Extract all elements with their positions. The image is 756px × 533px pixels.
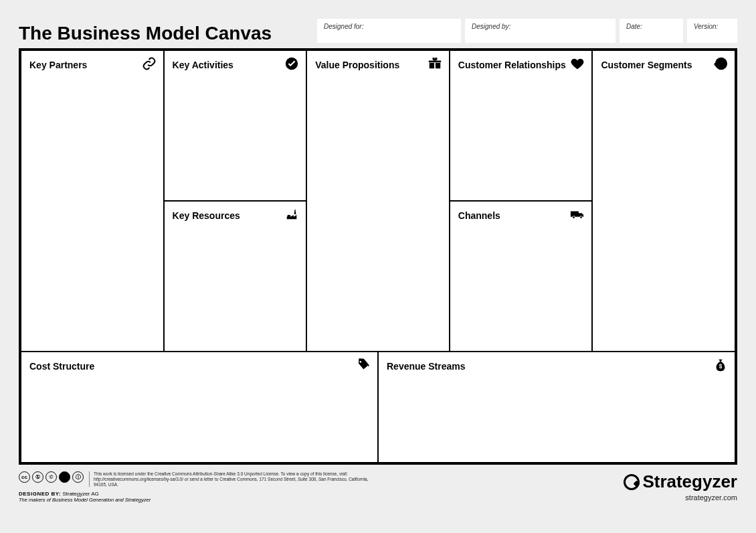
meta-designed-for[interactable]: Designed for: bbox=[317, 19, 461, 43]
cc-badges: cc ① © ⓘ bbox=[19, 471, 84, 483]
gift-icon bbox=[428, 56, 442, 71]
license-text: This work is licensed under the Creative… bbox=[89, 471, 370, 487]
block-value-propositions[interactable]: Value Propositions bbox=[306, 50, 450, 352]
block-title: Customer Segments bbox=[601, 60, 692, 70]
tag-icon bbox=[356, 358, 371, 372]
meta-version[interactable]: Version: bbox=[687, 19, 737, 43]
cc-badge-cc: cc bbox=[19, 471, 30, 483]
strategyzer-logo: Strategyzer bbox=[624, 471, 737, 492]
link-icon bbox=[142, 56, 157, 71]
block-title: Revenue Streams bbox=[387, 361, 466, 372]
site-url: strategyzer.com bbox=[624, 493, 737, 502]
block-cost-structure[interactable]: Cost Structure bbox=[21, 352, 378, 463]
svg-point-5 bbox=[714, 63, 717, 66]
block-customer-segments[interactable]: Customer Segments bbox=[592, 50, 735, 352]
svg-text:$: $ bbox=[719, 364, 723, 370]
meta-date[interactable]: Date: bbox=[620, 19, 683, 43]
block-customer-relationships[interactable]: Customer Relationships bbox=[450, 50, 593, 201]
block-key-resources[interactable]: Key Resources bbox=[164, 201, 307, 352]
cc-badge-by: ① bbox=[32, 471, 43, 483]
block-title: Key Activities bbox=[173, 60, 233, 70]
svg-point-2 bbox=[573, 216, 575, 219]
block-key-partners[interactable]: Key Partners bbox=[21, 50, 164, 352]
block-title: Key Resources bbox=[173, 210, 240, 221]
cc-badge-info: ⓘ bbox=[72, 471, 84, 483]
block-title: Channels bbox=[458, 210, 500, 221]
block-key-activities[interactable]: Key Activities bbox=[164, 50, 307, 201]
svg-point-3 bbox=[580, 216, 583, 219]
meta-designed-by[interactable]: Designed by: bbox=[465, 19, 616, 43]
svg-point-1 bbox=[288, 215, 290, 218]
block-channels[interactable]: Channels bbox=[450, 201, 593, 352]
designed-by: DESIGNED BY: Strategyzer AG The makers o… bbox=[19, 491, 618, 503]
truck-icon bbox=[570, 207, 585, 222]
heart-icon bbox=[570, 56, 585, 71]
factory-icon bbox=[284, 207, 299, 222]
check-circle-icon bbox=[284, 56, 299, 71]
logo-text: Strategyzer bbox=[642, 471, 737, 492]
header: The Business Model Canvas Designed for: … bbox=[19, 19, 737, 44]
block-revenue-streams[interactable]: Revenue Streams $ bbox=[378, 352, 735, 463]
block-title: Value Propositions bbox=[315, 60, 399, 70]
footer: cc ① © ⓘ This work is licensed under the… bbox=[19, 471, 737, 503]
logo-mark-icon bbox=[624, 474, 640, 490]
cc-badge-c: © bbox=[45, 471, 57, 483]
block-title: Customer Relationships bbox=[458, 60, 566, 70]
block-title: Key Partners bbox=[29, 60, 87, 70]
cc-badge-sa bbox=[59, 471, 70, 483]
block-title: Cost Structure bbox=[29, 361, 94, 372]
canvas: Key Partners Key Activities Key Resource… bbox=[19, 48, 737, 465]
money-bag-icon: $ bbox=[713, 358, 728, 372]
page-title: The Business Model Canvas bbox=[19, 19, 272, 44]
user-icon bbox=[713, 56, 728, 71]
